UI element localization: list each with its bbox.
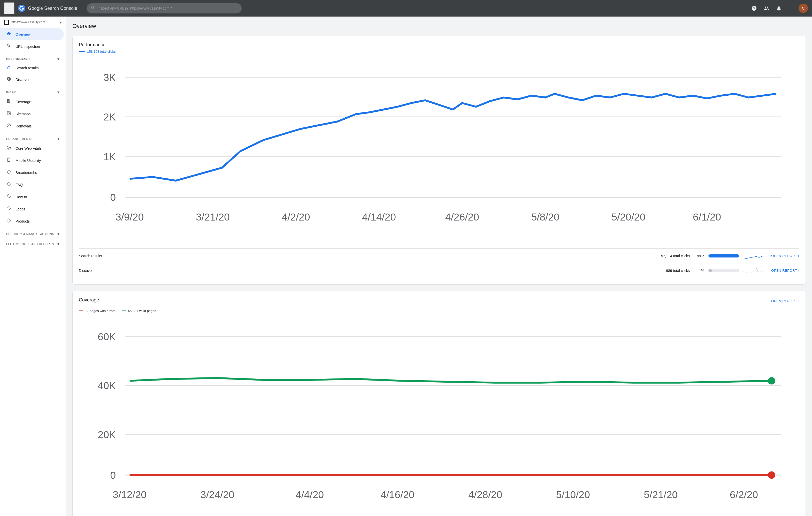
performance-legend: 158,103 total clicks xyxy=(79,50,799,54)
svg-marker-1 xyxy=(5,21,8,24)
layout: https://www.casetify.com ▾ Overview URL … xyxy=(0,17,812,516)
top-nav: ☰ Google Search Console C xyxy=(0,0,812,17)
menu-icon[interactable]: ☰ xyxy=(4,2,14,14)
svg-text:4/28/20: 4/28/20 xyxy=(468,489,502,500)
svg-text:4/2/20: 4/2/20 xyxy=(282,211,310,223)
sidebar-item-products[interactable]: Products xyxy=(0,215,64,227)
performance-chevron-icon[interactable]: ▾ xyxy=(57,57,60,61)
sidebar-item-removals[interactable]: Removals xyxy=(0,120,64,132)
sidebar-item-breadcrumbs[interactable]: Breadcrumbs xyxy=(0,167,64,179)
property-chevron-icon[interactable]: ▾ xyxy=(60,20,62,25)
sidebar-item-sitemaps[interactable]: Sitemaps xyxy=(0,108,64,120)
svg-marker-9 xyxy=(7,206,11,210)
sidebar: https://www.casetify.com ▾ Overview URL … xyxy=(0,17,66,516)
svg-text:3/12/20: 3/12/20 xyxy=(113,489,147,500)
coverage-card: Coverage OPEN REPORT › 17 pages with err… xyxy=(72,291,806,516)
perf-row-search: Search results 157,114 total clicks 99% … xyxy=(79,249,799,263)
sidebar-item-url-inspection[interactable]: URL inspection xyxy=(0,40,64,53)
sidebar-item-mobile-usability[interactable]: Mobile Usability xyxy=(0,154,64,167)
coverage-label: Coverage xyxy=(16,100,31,104)
security-section-header: Security & Manual Actions ▾ xyxy=(0,227,66,237)
sidebar-item-how-to[interactable]: How-to xyxy=(0,191,64,203)
svg-text:4/4/20: 4/4/20 xyxy=(296,489,324,500)
performance-card-title: Performance xyxy=(79,42,799,48)
sidebar-item-logos[interactable]: Logos xyxy=(0,203,64,215)
search-icon xyxy=(91,5,95,11)
main-content: Overview Performance 158,103 total click… xyxy=(66,17,812,516)
coverage-valid-line xyxy=(130,378,772,382)
perf-bar-search xyxy=(708,254,739,257)
search-input[interactable] xyxy=(97,6,237,10)
coverage-valid-end-dot xyxy=(768,377,775,385)
coverage-icon xyxy=(6,99,11,105)
discover-icon xyxy=(6,77,11,83)
enhancements-section-header: Enhancements ▾ xyxy=(0,132,66,142)
svg-marker-6 xyxy=(7,170,11,174)
index-section-header: Index ▾ xyxy=(0,86,66,96)
products-label: Products xyxy=(16,219,30,223)
sidebar-item-faq[interactable]: FAQ xyxy=(0,179,64,191)
coverage-legends: 17 pages with errors 46,031 valid pages xyxy=(79,309,799,313)
discover-open-report-button[interactable]: OPEN REPORT › xyxy=(768,268,799,273)
coverage-valid-dot xyxy=(122,311,126,311)
legacy-chevron-icon[interactable]: ▾ xyxy=(57,241,60,247)
search-open-report-button[interactable]: OPEN REPORT › xyxy=(768,254,799,258)
coverage-errors-text: 17 pages with errors xyxy=(85,309,116,313)
performance-table: Search results 157,114 total clicks 99% … xyxy=(79,249,799,278)
google-g-icon: G xyxy=(6,66,11,70)
performance-section-header: Performance ▾ xyxy=(0,53,66,63)
svg-text:2K: 2K xyxy=(104,111,116,122)
logos-icon xyxy=(6,206,11,212)
sidebar-item-coverage[interactable]: Coverage xyxy=(0,96,64,108)
notifications-button[interactable] xyxy=(774,3,784,13)
page-title: Overview xyxy=(72,23,806,29)
faq-icon xyxy=(6,182,11,188)
svg-text:3/9/20: 3/9/20 xyxy=(116,211,144,223)
google-logo-icon xyxy=(18,4,26,12)
perf-row-search-name: Search results xyxy=(79,254,110,258)
avatar[interactable]: C xyxy=(799,4,808,13)
search-results-label: Search results xyxy=(16,66,38,70)
url-inspection-icon xyxy=(6,44,11,49)
security-chevron-icon[interactable]: ▾ xyxy=(57,231,60,236)
url-inspection-label: URL inspection xyxy=(16,45,40,49)
help-button[interactable] xyxy=(749,3,759,13)
app-name: Google Search Console xyxy=(28,6,77,11)
overview-label: Overview xyxy=(16,32,30,36)
sidebar-item-search-results[interactable]: G Search results xyxy=(0,63,64,74)
search-bar[interactable] xyxy=(87,3,242,13)
index-chevron-icon[interactable]: ▾ xyxy=(57,90,60,95)
apps-button[interactable] xyxy=(786,3,796,13)
svg-marker-10 xyxy=(7,219,11,223)
svg-text:60K: 60K xyxy=(98,331,116,342)
coverage-card-title: Coverage xyxy=(79,297,99,303)
app-logo[interactable]: Google Search Console xyxy=(18,4,77,12)
sidebar-item-discover[interactable]: Discover xyxy=(0,74,64,86)
svg-line-27 xyxy=(756,267,757,270)
performance-legend-line xyxy=(79,51,85,52)
coverage-chart-svg: 60K 40K 20K 0 3/12/20 3/24/20 4/4/20 4 xyxy=(79,318,799,516)
svg-text:3/24/20: 3/24/20 xyxy=(201,489,234,500)
svg-text:4/14/20: 4/14/20 xyxy=(362,211,396,223)
enhancements-chevron-icon[interactable]: ▾ xyxy=(57,136,60,141)
core-web-vitals-label: Core Web Vitals xyxy=(16,146,41,150)
sitemaps-label: Sitemaps xyxy=(16,112,30,116)
perf-bar-discover-container xyxy=(708,269,740,272)
perf-row-search-clicks: 157,114 total clicks xyxy=(648,254,690,258)
coverage-open-report-button[interactable]: OPEN REPORT › xyxy=(768,299,799,303)
svg-marker-8 xyxy=(7,194,11,198)
mobile-usability-icon xyxy=(6,157,11,163)
core-web-vitals-icon xyxy=(6,145,11,151)
removals-icon xyxy=(6,123,11,129)
svg-text:20K: 20K xyxy=(98,429,116,440)
sidebar-item-overview[interactable]: Overview xyxy=(0,28,64,40)
svg-text:3K: 3K xyxy=(104,71,116,83)
breadcrumbs-label: Breadcrumbs xyxy=(16,171,37,175)
removals-label: Removals xyxy=(16,124,31,128)
perf-row-discover: Discover 989 total clicks 1% OPEN REPORT… xyxy=(79,263,799,278)
how-to-icon xyxy=(6,194,11,200)
account-button[interactable] xyxy=(761,3,772,13)
property-selector[interactable]: https://www.casetify.com ▾ xyxy=(0,17,66,28)
sidebar-item-core-web-vitals[interactable]: Core Web Vitals xyxy=(0,142,64,154)
coverage-valid-text: 46,031 valid pages xyxy=(128,309,156,313)
